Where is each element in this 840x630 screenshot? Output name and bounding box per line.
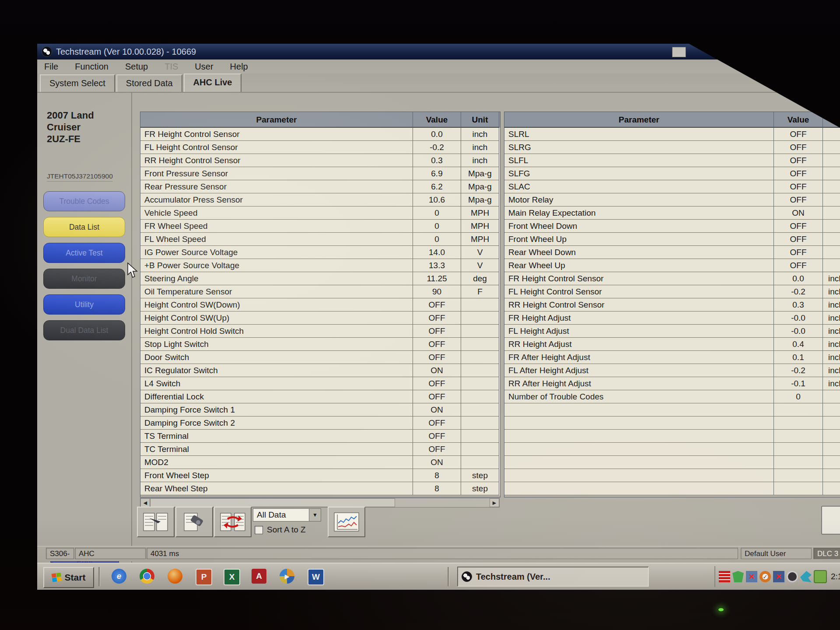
menu-item-setup[interactable]: Setup [125,62,148,72]
table-row[interactable]: TC TerminalOFF [140,443,500,456]
table-row[interactable]: Main Relay ExpectationON [504,206,840,220]
ie-icon[interactable]: e [112,569,126,584]
active-test-button[interactable]: Active Test [43,243,125,263]
table-row[interactable]: FR Height Control Sensor0.0inch [140,128,500,141]
shield-icon[interactable] [732,571,744,582]
table-row[interactable]: FL After Height Adjust-0.2inch [504,364,840,377]
table-row[interactable]: Vehicle Speed0MPH [140,206,500,220]
table-row[interactable]: Rear Pressure Sensor6.2Mpa-g [140,180,500,193]
table-row[interactable]: Rear Wheel DownOFF [504,246,840,259]
column-header-parameter[interactable]: Parameter [504,112,774,128]
card-icon[interactable] [814,570,827,583]
table-row[interactable]: Number of Trouble Codes0 [504,390,840,403]
table-row[interactable]: FR After Height Adjust0.1inch [504,351,840,364]
table-row[interactable]: Differential LockOFF [140,390,500,403]
tab-system-select[interactable]: System Select [40,74,115,92]
dual-data-list-button[interactable]: Dual Data List [43,320,125,340]
swap-list-button[interactable] [214,507,252,537]
table-row[interactable]: RR After Height Adjust-0.1inch [504,377,840,390]
table-row[interactable]: Height Control SW(Up)OFF [140,312,500,325]
table-row[interactable]: RR Height Adjust0.4inch [504,338,840,351]
table-row[interactable]: Door SwitchOFF [140,351,500,364]
acrobat-icon[interactable]: A [252,569,266,584]
trouble-codes-button[interactable]: Trouble Codes [43,191,125,211]
table-row[interactable]: FL Wheel Speed0MPH [140,233,500,246]
scrollbar-thumb[interactable] [150,498,395,507]
column-header-parameter[interactable]: Parameter [140,112,413,128]
table-row[interactable]: Front Wheel UpOFF [504,233,840,246]
table-row[interactable]: Height Control Hold SwitchOFF [140,325,500,338]
horizontal-scrollbar[interactable]: ◀ ▶ [140,498,500,508]
table-row[interactable]: SLACOFF [504,180,840,193]
table-row[interactable]: SLRLOFF [504,128,840,141]
table-row[interactable] [504,482,840,495]
table-row[interactable]: MOD2ON [140,456,500,469]
table-row[interactable]: Height Control SW(Down)OFF [140,298,500,312]
column-header-value[interactable]: Value [413,112,461,128]
menu-item-tis[interactable]: TIS [164,62,178,72]
table-row[interactable]: Steering Angle11.25deg [140,272,500,285]
table-row[interactable] [504,469,840,482]
table-row[interactable]: Damping Force Switch 2OFF [140,416,500,430]
table-row[interactable]: Stop Light SwitchOFF [140,338,500,351]
table-row[interactable] [504,430,840,443]
tab-stored-data[interactable]: Stored Data [116,74,182,92]
table-row[interactable]: SLRGOFF [504,141,840,154]
table-row[interactable]: FL Height Control Sensor-0.2inch [140,141,500,154]
table-row[interactable] [504,416,840,430]
bird-icon[interactable] [800,571,812,582]
table-row[interactable]: Front Wheel Step8step [140,469,500,482]
table-row[interactable] [504,456,840,469]
word-icon[interactable]: W [308,569,324,585]
menu-item-user[interactable]: User [195,62,213,72]
sort-checkbox[interactable] [255,526,263,534]
table-row[interactable]: L4 SwitchOFF [140,377,500,390]
firefox-icon[interactable] [168,569,182,584]
clipped-edge-button[interactable] [821,506,840,535]
table-row[interactable] [504,403,840,416]
clock-sync-icon[interactable]: ✓ [760,571,771,582]
menu-item-function[interactable]: Function [75,62,108,72]
table-row[interactable] [504,443,840,456]
data-list-button[interactable]: Data List [43,217,125,237]
dual-list-button[interactable] [137,507,175,537]
graph-view-button[interactable] [328,507,365,537]
power-meter-icon[interactable] [787,571,798,582]
utility-button[interactable]: Utility [43,294,125,315]
table-row[interactable]: FR Wheel Speed0MPH [140,220,500,233]
table-row[interactable]: FR Height Control Sensor0.0inch [504,272,840,285]
alarm-icon[interactable] [719,571,730,582]
mediaplayer-icon[interactable]: ▶ [280,569,294,584]
menu-item-help[interactable]: Help [230,62,248,72]
table-row[interactable]: FL Height Adjust-0.0inch [504,325,840,338]
excel-icon[interactable]: X [224,569,240,585]
chrome-icon[interactable] [140,569,154,584]
network-error-icon[interactable]: ✕ [746,571,757,582]
table-row[interactable]: Front Wheel DownOFF [504,220,840,233]
table-row[interactable]: Motor RelayOFF [504,193,840,206]
table-row[interactable]: Accumulator Press Sensor10.6Mpa-g [140,193,500,206]
table-row[interactable]: Front Pressure Sensor6.9Mpa-g [140,167,500,180]
table-row[interactable]: Rear Wheel UpOFF [504,259,840,272]
start-button[interactable]: Start [43,567,94,588]
snapshot-button[interactable] [175,507,213,537]
table-row[interactable]: +B Power Source Voltage13.3V [140,259,500,272]
table-row[interactable]: TS TerminalOFF [140,430,500,443]
table-row[interactable]: Rear Wheel Step8step [140,482,500,495]
table-row[interactable]: IG Power Source Voltage14.0V [140,246,500,259]
scroll-left-arrow[interactable]: ◀ [140,498,150,507]
table-row[interactable]: FR Height Adjust-0.0inch [504,312,840,325]
table-row[interactable]: RR Height Control Sensor0.3inch [504,298,840,312]
tab-ahc-live[interactable]: AHC Live [184,74,242,92]
column-header-value[interactable]: Value [774,112,823,128]
techstream-task-button[interactable]: Techstream (Ver... [457,567,649,587]
minimize-button[interactable] [672,47,686,57]
data-filter-dropdown[interactable]: All Data ▼ [253,508,321,522]
column-header-unit[interactable]: Unit [461,112,499,128]
scroll-right-arrow[interactable]: ▶ [490,498,499,507]
table-row[interactable]: Damping Force Switch 1ON [140,403,500,416]
table-row[interactable]: SLFLOFF [504,154,840,167]
table-row[interactable]: Oil Temperature Sensor90F [140,285,500,298]
table-row[interactable]: RR Height Control Sensor0.3inch [140,154,500,167]
table-row[interactable]: SLFGOFF [504,167,840,180]
